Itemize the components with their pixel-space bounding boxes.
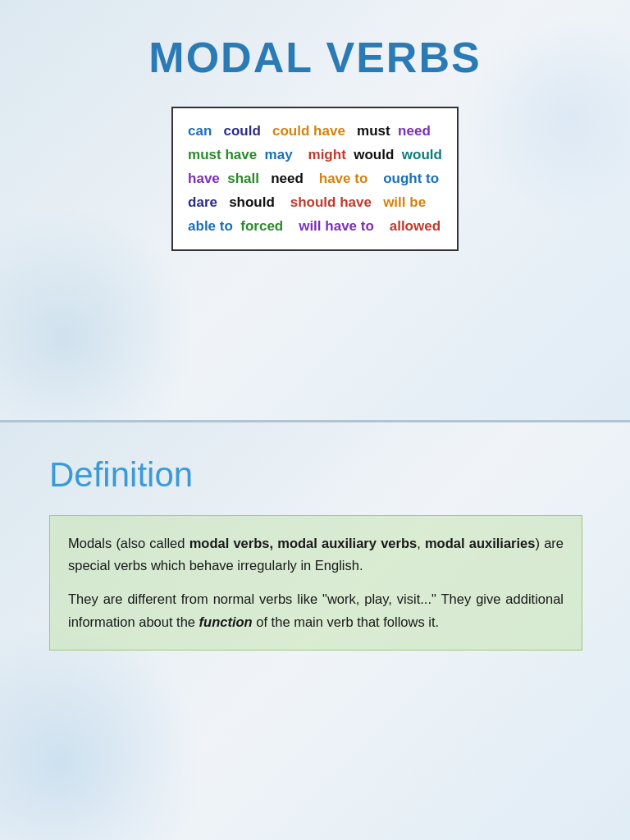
word-must-have: must have xyxy=(188,147,257,162)
word-would1: would xyxy=(354,147,394,162)
modal-line-1: can could could have must need xyxy=(188,120,442,144)
word-have-to: have to xyxy=(319,171,368,186)
definition-box: Modals (also called modal verbs, modal a… xyxy=(49,515,582,651)
word-should: should xyxy=(229,194,275,210)
word-would2: would xyxy=(402,147,442,162)
slide-1: MODAL VERBS can could could have must ne… xyxy=(0,0,630,420)
def-p1-mid: , xyxy=(417,536,425,550)
modal-line-5: able to forced will have to allowed xyxy=(188,215,442,239)
word-shall: shall xyxy=(227,171,259,186)
word-ought-to: ought to xyxy=(383,171,439,186)
word-need: need xyxy=(398,123,431,139)
def-p2-bold: function xyxy=(199,614,253,629)
word-dare: dare xyxy=(188,194,217,210)
word-will-have-to: will have to xyxy=(299,218,374,234)
word-need2: need xyxy=(271,171,304,186)
word-have: have xyxy=(188,171,220,186)
word-could: could xyxy=(224,123,261,139)
slide2-title: Definition xyxy=(49,455,193,495)
word-should-have: should have xyxy=(290,194,372,210)
word-must: must xyxy=(357,123,390,139)
word-can: can xyxy=(188,123,212,139)
def-p1-bold2: modal auxiliaries xyxy=(425,536,536,550)
modal-line-3: have shall need have to ought to xyxy=(188,167,442,191)
def-p1-bold1: modal verbs, modal auxiliary verbs xyxy=(189,536,418,550)
word-could-have: could have xyxy=(272,123,345,139)
slide-2: Definition Modals (also called modal ver… xyxy=(0,422,630,840)
slide1-title: MODAL VERBS xyxy=(148,33,481,82)
def-p1-pre: Modals (also called xyxy=(68,536,189,550)
def-p2-post: of the main verb that follows it. xyxy=(253,614,439,629)
word-allowed: allowed xyxy=(390,218,441,234)
modal-line-4: dare should should have will be xyxy=(188,191,442,215)
word-will-be: will be xyxy=(383,194,426,210)
word-able-to: able to xyxy=(188,218,233,234)
definition-paragraph-1: Modals (also called modal verbs, modal a… xyxy=(68,532,564,577)
modal-line-2: must have may might would would xyxy=(188,144,442,167)
word-may: may xyxy=(265,147,293,162)
word-might: might xyxy=(308,147,346,162)
word-forced: forced xyxy=(240,218,283,234)
modal-verbs-box: can could could have must need must have… xyxy=(171,107,459,251)
definition-paragraph-2: They are different from normal verbs lik… xyxy=(68,588,564,632)
